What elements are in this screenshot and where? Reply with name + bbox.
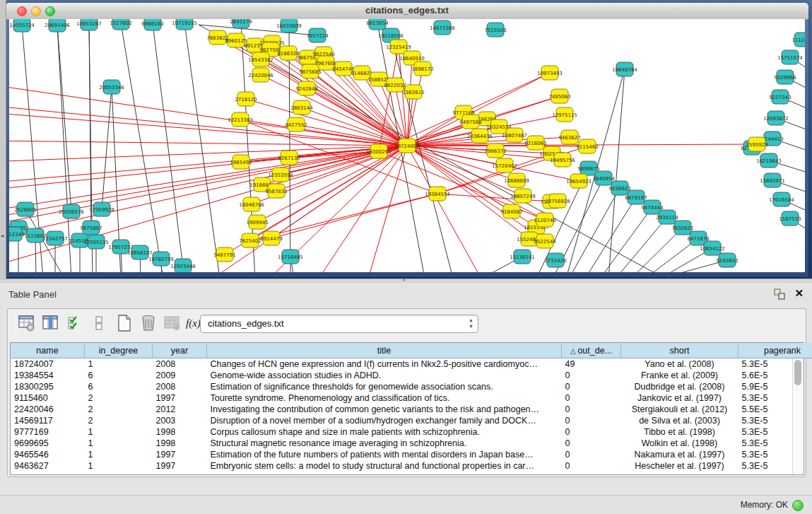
table-cell[interactable]: 2012: [153, 404, 207, 415]
table-row[interactable]: 946554611997Estimation of the future num…: [11, 449, 812, 460]
graph-node[interactable]: 20206576: [59, 204, 84, 218]
graph-node[interactable]: 9522544: [534, 234, 556, 248]
graph-node[interactable]: 9875685: [299, 64, 321, 78]
graph-node[interactable]: 20691406: [45, 19, 70, 32]
graph-node[interactable]: 12923448: [170, 259, 196, 272]
new-file-icon[interactable]: [115, 314, 134, 332]
table-cell[interactable]: 1: [85, 426, 153, 438]
graph-node[interactable]: 22420046: [248, 68, 273, 82]
table-cell[interactable]: 19384554: [11, 370, 85, 381]
table-cell[interactable]: Tourette syndrome. Phenomenology and cla…: [207, 392, 562, 404]
graph-node[interactable]: 2526605: [14, 202, 36, 216]
graph-node[interactable]: 15720407: [492, 158, 517, 173]
graph-node[interactable]: 10719155: [172, 19, 197, 30]
graph-node[interactable]: 8427552: [285, 117, 307, 132]
graph-node[interactable]: 16033809: [276, 19, 302, 33]
table-cell[interactable]: 0: [562, 381, 621, 392]
table-cell[interactable]: Changes of HCN gene expression and I(f) …: [207, 358, 562, 370]
table-cell[interactable]: Estimation of significance thresholds fo…: [207, 381, 562, 392]
table-row[interactable]: 977716911998Corpus callosum shape and si…: [11, 426, 812, 438]
table-cell[interactable]: Estimation of the future numbers of pati…: [207, 449, 562, 460]
table-row[interactable]: 969969511998Structural magnetic resonanc…: [11, 438, 812, 449]
graph-node[interactable]: 9227343: [769, 90, 791, 104]
graph-node[interactable]: 1167533: [779, 211, 801, 226]
column-header-title[interactable]: title: [207, 343, 562, 358]
graph-node[interactable]: 2803144: [290, 100, 313, 115]
graph-node[interactable]: 6497568: [459, 115, 481, 129]
table-cell[interactable]: 18300295: [11, 381, 85, 392]
graph-node[interactable]: 8186328: [277, 46, 299, 60]
table-cell[interactable]: 0: [562, 426, 621, 438]
delete-rows-trash-icon[interactable]: [139, 314, 158, 332]
network-canvas-svg[interactable]: 1405572420691406106532671527602696616010…: [9, 19, 805, 272]
column-header-pagerank[interactable]: pagerank: [739, 343, 812, 358]
table-cell[interactable]: 0: [562, 404, 621, 415]
graph-node[interactable]: 6966160: [141, 19, 163, 30]
select-all-columns-icon[interactable]: [66, 314, 84, 332]
graph-node[interactable]: 9115460: [576, 139, 598, 153]
graph-node[interactable]: 1733426: [544, 253, 567, 267]
graph-node[interactable]: 17016504: [769, 192, 794, 206]
graph-node[interactable]: 9975887: [80, 221, 102, 235]
table-row[interactable]: 911546021997Tourette syndrome. Phenomeno…: [11, 392, 812, 404]
table-cell[interactable]: 9777169: [11, 426, 85, 438]
table-cell[interactable]: 2: [85, 404, 153, 415]
graph-node[interactable]: 15751074: [777, 50, 803, 64]
network-window[interactable]: citations_edges.txt 14055724206914061065…: [6, 3, 808, 277]
graph-node[interactable]: 10973493: [537, 66, 563, 80]
graph-node[interactable]: 19654923: [566, 174, 592, 188]
graph-node[interactable]: 15692971: [760, 173, 785, 187]
table-cell[interactable]: 2008: [153, 358, 207, 370]
table-cell[interactable]: de Silva et al. (2003): [621, 415, 739, 426]
graph-node[interactable]: 9329966: [774, 70, 796, 84]
table-cell[interactable]: 2: [85, 392, 153, 404]
graph-node[interactable]: 12093872: [763, 111, 789, 125]
graph-node[interactable]: 1595929: [746, 137, 767, 151]
table-cell[interactable]: 2009: [153, 370, 207, 381]
table-cell[interactable]: Embryonic stem cells: a model to study s…: [207, 460, 562, 472]
table-row[interactable]: 1872400712008Changes of HCN gene express…: [11, 358, 812, 370]
table-cell[interactable]: 2003: [153, 415, 207, 426]
node-table[interactable]: namein_degreeyeartitle△ out_de...shortpa…: [10, 342, 804, 475]
resize-grip-icon[interactable]: [9, 19, 19, 29]
graph-node[interactable]: 19384554: [425, 187, 450, 201]
float-panel-icon[interactable]: [774, 288, 785, 300]
table-cell[interactable]: 2: [85, 415, 153, 426]
graph-node[interactable]: 9463627: [558, 130, 580, 144]
graph-node[interactable]: 7625402: [239, 233, 261, 247]
graph-node[interactable]: 9245652: [716, 253, 738, 267]
table-cell[interactable]: Franke et al. (2009): [621, 370, 739, 381]
graph-node[interactable]: 16210643: [756, 153, 782, 168]
column-header-in_degree[interactable]: in_degree: [85, 343, 153, 358]
table-cell[interactable]: 0: [562, 460, 621, 472]
graph-node[interactable]: 7515526: [484, 23, 507, 37]
graph-node[interactable]: 12975115: [552, 107, 577, 122]
graph-node[interactable]: 9587831: [265, 184, 287, 198]
table-cell[interactable]: 0: [562, 392, 621, 404]
graph-node[interactable]: 9267130: [278, 151, 300, 165]
table-mode-icon[interactable]: [18, 314, 36, 332]
table-cell[interactable]: 9115460: [11, 392, 85, 404]
table-cell[interactable]: Hescheler et al. (1997): [621, 460, 739, 472]
graph-node[interactable]: 14671368: [430, 21, 455, 35]
close-panel-icon[interactable]: ✕: [794, 288, 804, 299]
column-header-short[interactable]: short: [621, 343, 739, 358]
table-row[interactable]: 1938455462009Genome-wide association stu…: [11, 370, 812, 381]
table-cell[interactable]: 9699695: [11, 438, 85, 449]
graph-node[interactable]: 2843174: [230, 19, 252, 28]
graph-node[interactable]: 2718120: [235, 92, 257, 106]
column-header-out_de[interactable]: △ out_de...: [562, 343, 621, 358]
divider-handle-icon[interactable]: ▴: [403, 276, 406, 282]
table-cell[interactable]: 0: [562, 415, 621, 426]
graph-node[interactable]: 7986372: [484, 144, 506, 158]
graph-node[interactable]: 9487791: [213, 247, 235, 262]
left-splitter-strip[interactable]: ◂: [0, 0, 6, 281]
graph-node[interactable]: 7485063: [548, 89, 570, 103]
table-cell[interactable]: 22420046: [11, 404, 85, 415]
table-cell[interactable]: 0: [562, 370, 621, 381]
table-scrollbar[interactable]: [792, 358, 804, 474]
graph-node[interactable]: 16648784: [612, 62, 637, 76]
table-cell[interactable]: Dudbridge et al. (2008): [621, 381, 739, 392]
graph-node[interactable]: 20053346: [99, 80, 124, 94]
table-cell[interactable]: 2008: [153, 381, 207, 392]
